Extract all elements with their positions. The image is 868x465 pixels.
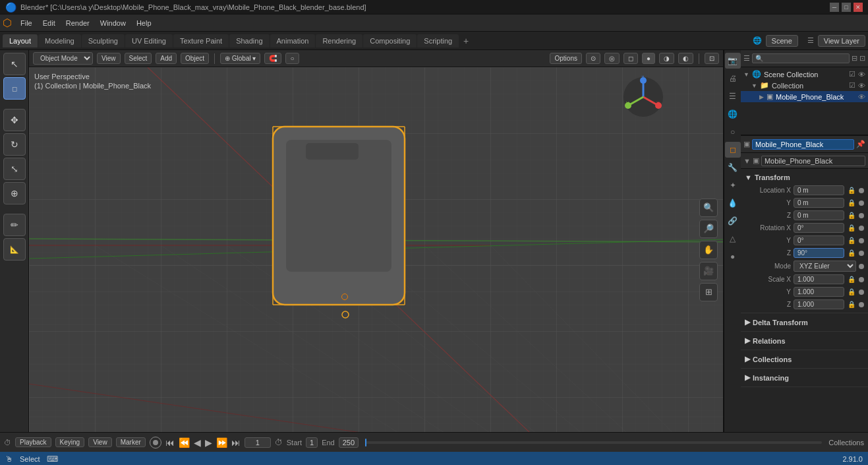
scene-collection-eye[interactable]: 👁 — [858, 71, 865, 78]
particle-props-icon[interactable]: ✦ — [725, 177, 741, 193]
playback-btn[interactable]: Playback — [15, 437, 51, 447]
rotation-y-lock[interactable]: 🔒 — [847, 236, 856, 245]
options-btn[interactable]: Options — [550, 53, 581, 64]
menu-render[interactable]: Render — [61, 18, 94, 28]
rotation-y-value[interactable]: 0° — [794, 235, 844, 245]
xray-btn[interactable]: ◎ — [604, 53, 620, 64]
mode-selector-prop[interactable]: XYZ Euler — [794, 261, 856, 272]
marker-btn[interactable]: Marker — [116, 437, 146, 447]
scale-x-lock[interactable]: 🔒 — [847, 275, 856, 284]
menu-file[interactable]: File — [16, 18, 37, 28]
step-back-btn[interactable]: ⏪ — [179, 437, 190, 448]
navigation-gizmo[interactable]: Z X Y — [620, 74, 666, 120]
add-menu[interactable]: Add — [156, 53, 177, 64]
snap-btn[interactable]: 🧲 — [264, 53, 281, 64]
data-props-icon[interactable]: △ — [725, 231, 741, 247]
tab-animation[interactable]: Animation — [270, 34, 316, 47]
scale-z-value[interactable]: 1.000 — [794, 299, 844, 309]
outliner-search-input[interactable] — [752, 53, 850, 63]
render-props-icon[interactable]: 📷 — [725, 53, 741, 69]
play-btn[interactable]: ▶ — [205, 437, 212, 448]
viewport-canvas[interactable]: User Perspective (1) Collection | Mobile… — [29, 67, 723, 432]
rotate-tool[interactable]: ↻ — [3, 133, 26, 156]
scale-y-value[interactable]: 1.000 — [794, 287, 844, 297]
cursor-tool[interactable]: ↖ — [3, 53, 26, 75]
view-menu[interactable]: View — [97, 53, 121, 64]
scene-props-icon[interactable]: 🌐 — [725, 106, 741, 122]
rotation-y-dot[interactable] — [859, 238, 864, 243]
location-x-lock[interactable]: 🔒 — [847, 186, 856, 195]
render-preview-btn[interactable]: ◐ — [678, 53, 693, 64]
pan-btn[interactable]: ✋ — [699, 241, 718, 259]
start-frame-input[interactable]: 1 — [306, 437, 318, 448]
tab-rendering[interactable]: Rendering — [316, 34, 362, 47]
step-fwd-btn[interactable]: ⏩ — [216, 437, 227, 448]
location-z-lock[interactable]: 🔒 — [847, 211, 856, 220]
collections-header[interactable]: ▶ Collections — [745, 352, 864, 366]
rotation-x-dot[interactable] — [859, 226, 864, 231]
grid-view-btn[interactable]: ⊞ — [699, 283, 718, 301]
record-btn[interactable] — [150, 437, 161, 449]
jump-start-btn[interactable]: ⏮ — [165, 437, 175, 448]
location-z-value[interactable]: 0 m — [794, 210, 844, 220]
measure-tool[interactable]: 📐 — [3, 238, 26, 261]
tab-shading[interactable]: Shading — [229, 34, 269, 47]
view-btn[interactable]: View — [88, 437, 112, 447]
modifier-props-icon[interactable]: 🔧 — [725, 160, 741, 175]
jump-end-btn[interactable]: ⏭ — [231, 437, 241, 448]
timeline-scrubber[interactable] — [365, 441, 822, 444]
outliner-sync-icon[interactable]: ⊡ — [859, 54, 865, 63]
mode-dot[interactable] — [859, 264, 864, 269]
scale-z-dot[interactable] — [859, 302, 864, 307]
rotation-x-value[interactable]: 0° — [794, 223, 844, 233]
menu-edit[interactable]: Edit — [38, 18, 60, 28]
tab-uv-editing[interactable]: UV Editing — [125, 34, 173, 47]
transform-header[interactable]: ▼ Transform — [745, 171, 864, 184]
instancing-header[interactable]: ▶ Instancing — [745, 371, 864, 385]
location-z-dot[interactable] — [859, 213, 864, 218]
delta-transform-header[interactable]: ▶ Delta Transform — [745, 315, 864, 329]
scene-collection-checkbox[interactable]: ☑ — [849, 70, 855, 78]
keying-btn[interactable]: Keying — [55, 437, 85, 447]
select-tool[interactable]: ◻ — [3, 77, 26, 100]
constraint-props-icon[interactable]: 🔗 — [725, 213, 741, 229]
proportional-btn[interactable]: ○ — [285, 53, 299, 64]
move-tool[interactable]: ✥ — [3, 109, 26, 131]
title-bar-controls[interactable]: ─ □ ✕ — [830, 3, 863, 12]
tab-sculpting[interactable]: Sculpting — [82, 34, 125, 47]
location-x-dot[interactable] — [859, 188, 864, 193]
maximize-button[interactable]: □ — [842, 3, 851, 12]
physics-props-icon[interactable]: 💧 — [725, 195, 741, 211]
view-layer-props-icon[interactable]: ☰ — [725, 88, 741, 104]
mobile-eye[interactable]: 👁 — [858, 93, 865, 101]
tab-texture-paint[interactable]: Texture Paint — [173, 34, 229, 47]
end-frame-input[interactable]: 250 — [339, 437, 359, 448]
outliner-scene-collection[interactable]: ▼ 🌐 Scene Collection ☑ 👁 — [741, 69, 868, 80]
play-reverse-btn[interactable]: ◀ — [194, 437, 201, 448]
outliner-mobile-phone[interactable]: ▶ ▣ Mobile_Phone_Black 👁 — [741, 91, 868, 102]
annotate-tool[interactable]: ✏ — [3, 214, 26, 236]
tab-scripting[interactable]: Scripting — [417, 34, 459, 47]
transform-tool[interactable]: ⊕ — [3, 182, 26, 204]
location-y-value[interactable]: 0 m — [794, 198, 844, 208]
camera-view-btn[interactable]: 🎥 — [699, 262, 718, 280]
scale-x-value[interactable]: 1.000 — [794, 274, 844, 284]
outliner-filter-icon[interactable]: ⊟ — [852, 54, 857, 63]
current-frame-input[interactable]: 1 — [245, 437, 271, 448]
material-preview-btn[interactable]: ◑ — [659, 53, 674, 64]
object-name-input[interactable] — [752, 139, 854, 150]
scale-y-dot[interactable] — [859, 290, 864, 295]
scale-tool[interactable]: ⤡ — [3, 158, 26, 180]
rotation-x-lock[interactable]: 🔒 — [847, 224, 856, 233]
tab-layout[interactable]: Layout — [3, 34, 38, 47]
blender-icon[interactable]: ⬡ — [3, 16, 12, 29]
viewport[interactable]: Object Mode View Select Add Object ⊕ Glo… — [29, 50, 723, 432]
menu-help[interactable]: Help — [132, 18, 156, 28]
scale-x-dot[interactable] — [859, 277, 864, 282]
minimize-button[interactable]: ─ — [830, 3, 839, 12]
select-menu[interactable]: Select — [125, 53, 152, 64]
tab-compositing[interactable]: Compositing — [363, 34, 417, 47]
pin-icon[interactable]: 📌 — [856, 140, 865, 148]
mode-selector[interactable]: Object Mode — [33, 52, 93, 65]
material-props-icon[interactable]: ● — [725, 249, 741, 264]
